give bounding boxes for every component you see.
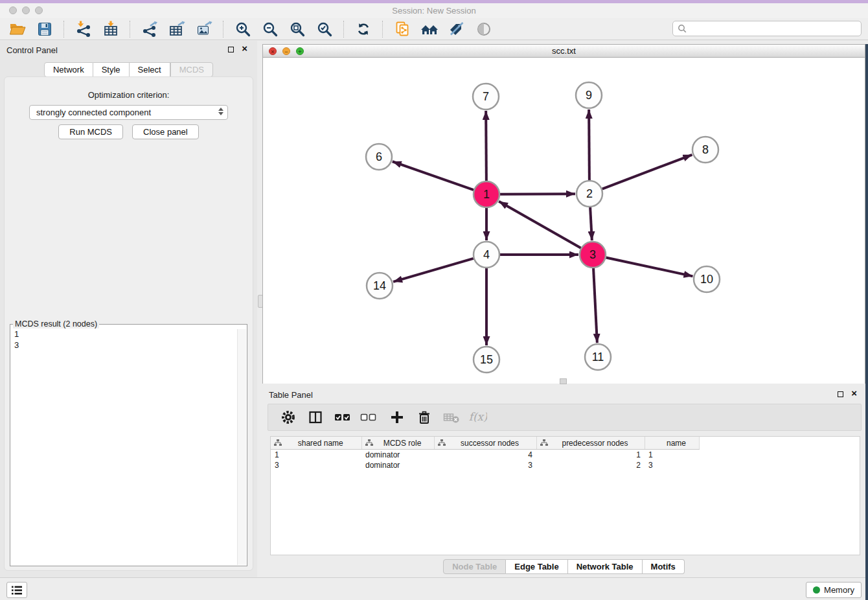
close-panel-button[interactable]: Close panel [132,124,199,139]
deselect-all-checkboxes-icon[interactable] [359,408,378,426]
table-cell[interactable]: 3 [271,460,361,470]
run-mcds-button[interactable]: Run MCDS [58,124,123,139]
control-tab-style[interactable]: Style [93,62,130,77]
delete-row-icon[interactable] [415,408,434,426]
graph-edge-3-1[interactable] [499,202,581,248]
table-tab-motifs[interactable]: Motifs [643,559,685,574]
graph-node-1[interactable]: 1 [474,181,499,207]
svg-text:8: 8 [702,143,709,156]
svg-text:15: 15 [480,353,493,366]
graph-node-7[interactable]: 7 [473,84,499,110]
open-session-icon[interactable] [7,19,28,39]
export-image-icon[interactable] [194,19,214,39]
table-tab-network-table[interactable]: Network Table [568,559,643,574]
graph-edge-1-7[interactable] [486,111,486,181]
zoom-selected-icon[interactable] [314,19,335,39]
show-columns-icon[interactable] [306,408,325,426]
refresh-icon[interactable] [353,19,374,39]
graph-edge-2-8[interactable] [602,155,692,189]
close-table-panel-icon[interactable]: × [851,387,857,399]
graph-node-10[interactable]: 10 [694,266,720,292]
graph-edge-4-14[interactable] [393,259,474,282]
graph-edge-3-10[interactable] [606,257,693,276]
graph-edge-3-11[interactable] [593,268,597,343]
export-table-icon[interactable] [166,19,187,39]
close-panel-icon[interactable]: × [242,43,247,54]
column-header-label: shared name [298,439,343,448]
mcds-result-list: 13 [10,329,247,566]
table-panel: Table Panel × f(x) shared nameMCDS roles [262,386,865,577]
graph-edge-2-9[interactable] [589,110,589,180]
graph-node-2[interactable]: 2 [577,181,602,207]
table-toolbar: f(x) [268,404,862,431]
graph-node-3[interactable]: 3 [580,242,606,268]
toolbar-separator [223,21,224,38]
table-cell[interactable]: 4 [434,450,536,461]
graph-node-8[interactable]: 8 [692,137,718,163]
table-tab-edge-table[interactable]: Edge Table [506,559,567,574]
graph-edge-1-2[interactable] [500,194,575,194]
graph-node-14[interactable]: 14 [367,273,393,299]
column-header[interactable]: MCDS role [361,437,434,450]
graph-node-4[interactable]: 4 [474,242,499,268]
task-history-button[interactable] [6,582,27,598]
network-canvas[interactable]: 7968124314101511 [263,58,865,384]
float-table-panel-icon[interactable] [838,391,843,397]
table-settings-icon[interactable] [279,408,298,426]
import-table-icon[interactable] [100,19,121,39]
select-all-checkboxes-icon[interactable] [333,408,352,426]
apply-function-icon: f(x) [468,408,487,426]
hierarchy-icon [274,439,282,446]
result-scrollbar[interactable] [237,329,246,565]
float-panel-icon[interactable] [228,47,234,52]
column-header[interactable]: shared name [271,437,361,450]
toolbar-separator [63,21,65,38]
column-header[interactable]: predecessor nodes [536,437,645,450]
toolbar-separator [382,21,383,38]
control-tab-mcds[interactable]: MCDS [170,62,213,77]
toolbar-separator [343,21,345,38]
network-frame-titlebar[interactable]: × − + scc.txt [263,45,865,58]
graph-node-6[interactable]: 6 [366,144,392,170]
toolbar-separator [130,21,131,38]
graph-node-11[interactable]: 11 [585,344,611,370]
table-cell[interactable]: 1 [536,450,645,461]
search-input[interactable] [690,23,861,34]
table-tab-node-table[interactable]: Node Table [443,559,506,574]
memory-button[interactable]: Memory [806,582,862,598]
add-row-icon[interactable] [387,408,407,426]
table-cell[interactable]: 3 [645,460,699,470]
zoom-out-icon[interactable] [260,19,280,39]
graph-edge-2-3[interactable] [590,207,592,240]
table-cell[interactable]: 2 [536,460,645,470]
table-row[interactable]: 1dominator411 [271,450,699,461]
zoom-in-icon[interactable] [233,19,253,39]
zoom-fit-icon[interactable] [287,19,308,39]
hide-labels-icon[interactable] [446,19,467,39]
main-toolbar [0,18,868,40]
birds-eye-view-icon[interactable] [474,19,494,39]
optimization-criterion-select[interactable]: strongly connected component [29,105,228,120]
table-cell[interactable]: 1 [271,450,361,461]
search-field[interactable] [672,21,862,36]
window-title: Session: New Session [0,6,868,16]
graph-edge-1-6[interactable] [393,161,474,190]
table-cell[interactable]: 1 [645,450,699,461]
canvas-resize-grip[interactable] [560,378,567,384]
import-network-icon[interactable] [73,19,94,39]
graph-node-15[interactable]: 15 [474,347,499,373]
save-session-icon[interactable] [34,19,55,39]
table-cell[interactable]: 3 [434,460,536,470]
control-panel-title: Control Panel [6,45,58,55]
graph-node-9[interactable]: 9 [576,82,602,108]
table-cell[interactable]: dominator [361,450,434,461]
home-icon[interactable] [419,19,440,39]
new-network-from-selection-icon[interactable] [392,19,413,39]
column-header[interactable]: successor nodes [434,437,536,450]
control-tab-network[interactable]: Network [44,62,93,77]
control-tab-select[interactable]: Select [130,62,170,77]
table-row[interactable]: 3dominator323 [271,460,699,470]
export-network-icon[interactable] [139,19,160,39]
column-header[interactable]: name [645,437,699,450]
table-cell[interactable]: dominator [361,460,434,470]
